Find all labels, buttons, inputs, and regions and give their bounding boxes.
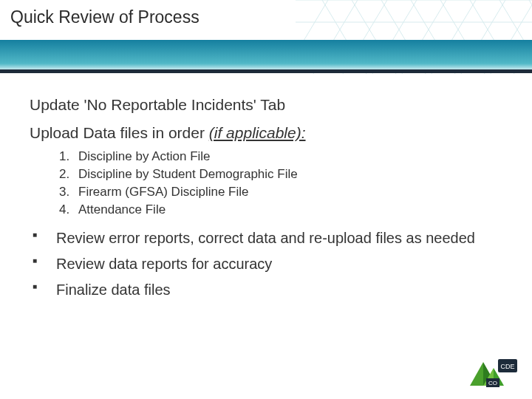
bullet-item-label: Review error reports, correct data and r… <box>56 230 475 246</box>
bullet-list: Review error reports, correct data and r… <box>30 229 502 299</box>
title-band: Quick Review of Process <box>0 0 532 74</box>
num: 4. <box>59 202 74 217</box>
headline-2-italic: (if applicable): <box>209 124 306 141</box>
list-item: 4.Attendance File <box>59 202 502 217</box>
slide: Quick Review of Process Update 'No Repor… <box>0 0 532 399</box>
list-item-label: Firearm (GFSA) Discipline File <box>78 185 248 199</box>
headline-2-prefix: Upload Data files in order <box>30 124 209 141</box>
list-item: 3.Firearm (GFSA) Discipline File <box>59 185 502 200</box>
list-item-label: Discipline by Student Demographic File <box>78 167 298 181</box>
bullet-item-label: Finalize data files <box>56 282 171 298</box>
cde-logo: CDE CO <box>468 356 519 392</box>
list-item: 2.Discipline by Student Demographic File <box>59 167 502 182</box>
logo-state-text: CO <box>488 380 497 386</box>
num: 1. <box>59 149 74 164</box>
logo-badge-text: CDE <box>500 363 514 370</box>
num: 3. <box>59 185 74 200</box>
headline-2: Upload Data files in order (if applicabl… <box>30 124 502 142</box>
headline-1: Update 'No Reportable Incidents' Tab <box>30 96 502 114</box>
bullet-item: Finalize data files <box>30 281 502 299</box>
content-area: Update 'No Reportable Incidents' Tab Upl… <box>30 96 502 307</box>
list-item-label: Discipline by Action File <box>78 149 211 163</box>
bullet-item: Review error reports, correct data and r… <box>30 229 502 248</box>
list-item: 1.Discipline by Action File <box>59 149 502 164</box>
bullet-item: Review data reports for accuracy <box>30 255 502 273</box>
blue-gradient-band <box>0 40 532 69</box>
list-item-label: Attendance File <box>78 202 166 216</box>
numbered-list: 1.Discipline by Action File 2.Discipline… <box>59 149 502 217</box>
dark-rule <box>0 69 532 73</box>
num: 2. <box>59 167 74 182</box>
slide-title: Quick Review of Process <box>10 7 200 27</box>
svg-marker-23 <box>470 362 483 386</box>
bullet-item-label: Review data reports for accuracy <box>56 256 272 272</box>
